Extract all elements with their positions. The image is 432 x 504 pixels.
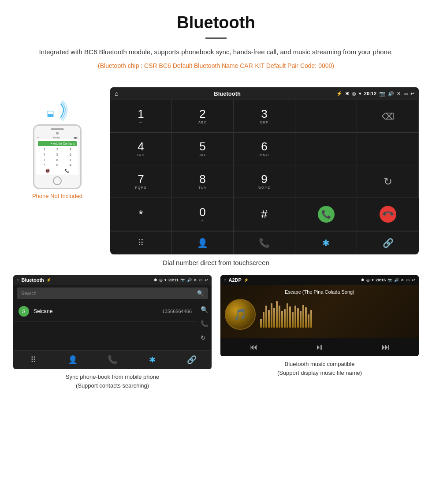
dial-bottom-bluetooth[interactable]: ✱ bbox=[295, 231, 357, 254]
music-play-pause-button[interactable]: ⏯ bbox=[287, 338, 353, 356]
contact-avatar: S bbox=[19, 306, 29, 317]
music-bt-icon: ✱ bbox=[361, 278, 365, 282]
pb-btn-dialpad[interactable]: ⠿ bbox=[13, 351, 53, 369]
pb-loc-icon: ◎ bbox=[159, 278, 163, 282]
dial-refresh-button[interactable]: ↻ bbox=[357, 165, 419, 198]
header-section: Bluetooth Integrated with BC6 Bluetooth … bbox=[0, 0, 432, 83]
pb-vol-icon: 🔊 bbox=[187, 278, 192, 282]
phone-call-icon: 📞 bbox=[65, 169, 69, 173]
pb-btn-phone[interactable]: 📞 bbox=[93, 351, 132, 369]
music-note-icon: 🎵 bbox=[234, 308, 247, 321]
contact-seicane[interactable]: S Seicane 13566664466 bbox=[13, 302, 197, 321]
dial-key-5[interactable]: 5JKL bbox=[172, 133, 234, 165]
pb-close-icon: ✕ bbox=[194, 278, 197, 282]
pb-side-call-icon[interactable]: 📞 bbox=[201, 320, 208, 327]
pb-btn-contacts[interactable]: 👤 bbox=[53, 351, 93, 369]
signal-icon: ⬓ bbox=[44, 101, 71, 123]
dial-key-9[interactable]: 9WXYZ bbox=[234, 165, 295, 198]
pb-side-refresh-icon[interactable]: ↻ bbox=[201, 334, 208, 341]
pb-btn-settings[interactable]: 🔗 bbox=[172, 351, 212, 369]
phone-dialpad: 1 2 3 4 5 6 7 8 9 * 0 # bbox=[38, 147, 77, 168]
dial-bottom-phone[interactable]: 📞 bbox=[234, 231, 295, 254]
phone-key-1: 1 bbox=[38, 147, 51, 152]
music-screenshot-container: ⌂ A2DP ⚡ ✱ ◎ ▾ 20:15 📷 🔊 ✕ ▭ ↩ Escape (T… bbox=[220, 275, 419, 390]
back-icon: ↩ bbox=[410, 91, 414, 97]
eq-bar bbox=[302, 305, 304, 328]
dial-key-7[interactable]: 7PQRS bbox=[110, 165, 172, 198]
dial-bottom-dialpad[interactable]: ⠿ bbox=[110, 231, 172, 254]
eq-bar bbox=[263, 312, 264, 328]
dial-bottom-settings[interactable]: 🔗 bbox=[357, 231, 419, 254]
middle-section: ⬓ •••MOTO▮▮▮ + Add to Contacts 1 2 3 bbox=[0, 83, 432, 254]
pb-time: 20:11 bbox=[168, 278, 179, 282]
dial-key-hash[interactable]: # bbox=[234, 198, 295, 231]
bottom-section: ⌂ Bluetooth ⚡ ✱ ◎ ▾ 20:11 📷 🔊 ✕ ▭ ↩ Sear… bbox=[0, 275, 432, 390]
page-title: Bluetooth bbox=[26, 13, 406, 32]
contact-name: Seicane bbox=[34, 308, 162, 314]
close-icon: ✕ bbox=[397, 91, 401, 97]
dial-key-3[interactable]: 3DEF bbox=[234, 100, 295, 133]
dial-key-6[interactable]: 6MNO bbox=[234, 133, 295, 165]
pb-sig-icon: ▾ bbox=[164, 278, 167, 282]
music-next-button[interactable]: ⏭ bbox=[353, 338, 419, 356]
dial-bottom-contacts[interactable]: 👤 bbox=[172, 231, 234, 254]
music-cam-icon: 📷 bbox=[387, 278, 392, 282]
pb-btn-bluetooth[interactable]: ✱ bbox=[132, 351, 172, 369]
dial-end-button[interactable]: 📞 bbox=[357, 198, 419, 231]
phone-key-0: 0 bbox=[51, 163, 64, 168]
dial-backspace-button[interactable]: ⌫ bbox=[357, 100, 419, 133]
dial-display-area bbox=[295, 100, 357, 133]
dial-key-0[interactable]: 0+ bbox=[172, 198, 234, 231]
music-home-icon: ⌂ bbox=[224, 278, 226, 282]
eq-bar bbox=[310, 310, 312, 328]
music-usb-icon: ⚡ bbox=[244, 278, 249, 282]
pb-title: Bluetooth bbox=[21, 277, 44, 283]
phonebook-search-bar[interactable]: Search 🔍 bbox=[17, 287, 208, 299]
dial-call-button[interactable]: 📞 bbox=[295, 198, 357, 231]
contact-list-padding bbox=[13, 321, 197, 348]
phone-key-9: 9 bbox=[64, 157, 77, 162]
eq-bar bbox=[289, 306, 291, 328]
phone-frame: •••MOTO▮▮▮ + Add to Contacts 1 2 3 4 5 6… bbox=[33, 124, 82, 189]
eq-bar bbox=[294, 306, 296, 328]
dial-key-2[interactable]: 2ABC bbox=[172, 100, 234, 133]
phonebook-screenshot-container: ⌂ Bluetooth ⚡ ✱ ◎ ▾ 20:11 📷 🔊 ✕ ▭ ↩ Sear… bbox=[13, 275, 212, 390]
music-close-icon: ✕ bbox=[401, 278, 404, 282]
eq-bar bbox=[300, 311, 302, 328]
dial-usb-icon: ⚡ bbox=[336, 91, 343, 97]
music-album-art: 🎵 bbox=[225, 299, 256, 330]
dial-key-1[interactable]: 1∞ bbox=[110, 100, 172, 133]
header-orange-info: (Bluetooth chip : CSR BC6 Default Blueto… bbox=[26, 61, 406, 71]
music-prev-button[interactable]: ⏮ bbox=[220, 338, 287, 356]
dial-screen: ⌂ Bluetooth ⚡ ✱ ◎ ▾ 20:12 📷 🔊 ✕ ▭ ↩ bbox=[110, 87, 419, 254]
music-screen-frame: ⌂ A2DP ⚡ ✱ ◎ ▾ 20:15 📷 🔊 ✕ ▭ ↩ Escape (T… bbox=[220, 275, 419, 356]
pb-side-search-icon[interactable]: 🔍 bbox=[201, 306, 208, 313]
music-song-title: Escape (The Pina Colada Song) bbox=[285, 289, 354, 295]
eq-bar bbox=[297, 308, 299, 328]
pb-home-icon: ⌂ bbox=[17, 278, 19, 282]
dial-title: Bluetooth bbox=[121, 90, 333, 97]
phone-key-7: 7 bbox=[38, 157, 51, 162]
contact-phone: 13566664466 bbox=[162, 309, 192, 314]
music-controls-bar: ⏮ ⏯ ⏭ bbox=[220, 338, 419, 356]
dial-key-4[interactable]: 4GHI bbox=[110, 133, 172, 165]
music-caption: Bluetooth music compatible (Support disp… bbox=[220, 360, 419, 377]
phonebook-caption: Sync phone-book from mobile phone (Suppo… bbox=[13, 373, 212, 390]
music-content-area: 🎵 bbox=[225, 299, 414, 330]
phone-screen: + Add to Contacts 1 2 3 4 5 6 7 8 9 * 0 … bbox=[36, 139, 78, 175]
dial-key-8[interactable]: 8TUV bbox=[172, 165, 234, 198]
phone-home-button bbox=[53, 176, 62, 185]
phone-status-bar: •••MOTO▮▮▮ bbox=[36, 136, 78, 139]
bluetooth-status-icon: ✱ bbox=[345, 91, 349, 97]
music-sig-icon: ▾ bbox=[372, 278, 374, 282]
eq-bar bbox=[292, 312, 294, 328]
dial-key-star[interactable]: * bbox=[110, 198, 172, 231]
phonebook-screen-frame: ⌂ Bluetooth ⚡ ✱ ◎ ▾ 20:11 📷 🔊 ✕ ▭ ↩ Sear… bbox=[13, 275, 212, 369]
music-vol-icon: 🔊 bbox=[394, 278, 399, 282]
music-equalizer bbox=[260, 301, 414, 328]
eq-bar bbox=[308, 314, 309, 328]
dial-number-display bbox=[295, 133, 357, 165]
eq-bar bbox=[284, 309, 286, 328]
phone-key-hash: # bbox=[64, 163, 77, 168]
music-loc-icon: ◎ bbox=[366, 278, 370, 282]
